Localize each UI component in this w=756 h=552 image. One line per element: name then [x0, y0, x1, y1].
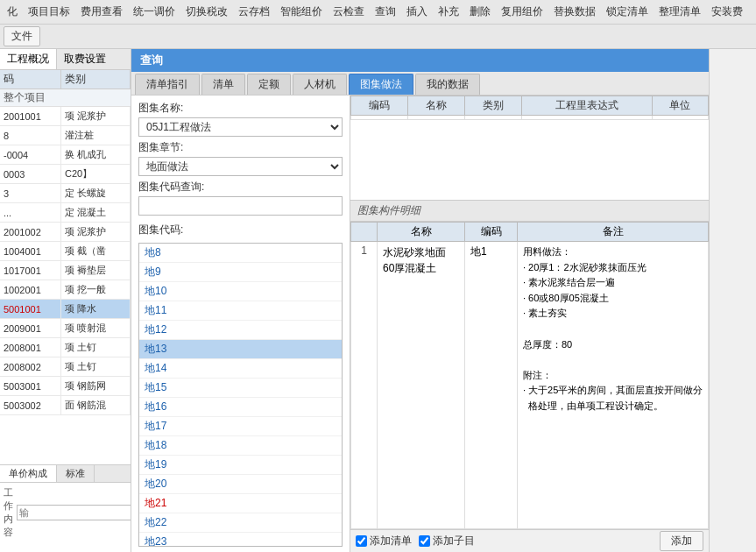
table-row[interactable]: 2009001项 喷射混: [0, 319, 131, 338]
detail-row[interactable]: 1 水泥砂浆地面60厚混凝土 地1 用料做法： · 20厚1：2水泥砂浆抹面压光…: [351, 242, 709, 529]
toolbar-item-cloud-save[interactable]: 云存档: [235, 3, 273, 21]
atlas-item-di16[interactable]: 地16: [139, 398, 342, 417]
table-row[interactable]: 3定 长螺旋: [0, 184, 131, 203]
toolbar-item-install[interactable]: 安装费: [708, 3, 746, 21]
query-title: 查询: [131, 49, 709, 72]
table-row[interactable]: 2008001项 土钉: [0, 338, 131, 357]
table-row[interactable]: -0004换 机成孔: [0, 145, 131, 165]
add-child-checkbox[interactable]: 添加子目: [419, 534, 475, 548]
toolbar-item-smart-group[interactable]: 智能组价: [277, 3, 326, 21]
chapter-row: 图集章节: 地面做法: [138, 140, 343, 176]
toolbar-item-cost-check[interactable]: 费用查看: [77, 3, 126, 21]
atlas-item-di10[interactable]: 地10: [139, 282, 342, 301]
detail-note: 用料做法： · 20厚1：2水泥砂浆抹面压光 · 素水泥浆结合层一遍 · 60或…: [518, 242, 709, 529]
table-row[interactable]: 1002001项 挖一般: [0, 280, 131, 300]
result-table: 编码 名称 类别 工程里表达式 单位: [350, 96, 709, 120]
tab-standard[interactable]: 标准: [57, 465, 95, 482]
toolbar-item-delete[interactable]: 删除: [466, 3, 494, 21]
table-row[interactable]: 5003001项 钢筋网: [0, 377, 131, 396]
tab-my-data[interactable]: 我的数据: [415, 74, 480, 95]
secondary-toolbar: 文件: [0, 25, 756, 49]
tab-fee-settings[interactable]: 取费设置: [57, 49, 113, 69]
table-row[interactable]: 2008002项 土钉: [0, 357, 131, 377]
atlas-item-di8[interactable]: 地8: [139, 244, 342, 263]
result-type: [464, 116, 521, 120]
atlas-name-select[interactable]: 05J1工程做法: [138, 117, 343, 137]
toolbar-item-switch-tax[interactable]: 切换税改: [182, 3, 231, 21]
atlas-item-di21[interactable]: 地21: [139, 494, 342, 513]
col-type-header: 类别: [464, 96, 521, 116]
atlas-item-di23[interactable]: 地23: [139, 533, 342, 547]
result-code: [351, 116, 408, 120]
tab-unit-price[interactable]: 单价构成: [0, 465, 57, 482]
add-list-check[interactable]: [356, 535, 367, 547]
toolbar-item-cloud-check[interactable]: 云检查: [329, 3, 368, 21]
tab-list-guide[interactable]: 清单指引: [135, 74, 200, 95]
table-row[interactable]: 2001001项 泥浆护: [0, 107, 131, 126]
atlas-item-di13[interactable]: 地13: [139, 340, 342, 359]
result-expression: [521, 116, 652, 120]
tab-project-overview[interactable]: 工程概况: [0, 49, 57, 69]
main-layout: 工程概况 取费设置 码 类别 整个项目 2001001项 泥浆护 8灌注桩 -0…: [0, 49, 756, 552]
toolbar-item-organize[interactable]: 整理清单: [655, 3, 704, 21]
table-row[interactable]: 5003002面 钢筋混: [0, 396, 131, 415]
table-row[interactable]: 5001001项 降水: [0, 300, 131, 319]
atlas-name-row: 图集名称: 05J1工程做法: [138, 101, 343, 137]
atlas-item-di9[interactable]: 地9: [139, 263, 342, 282]
query-tabs: 清单指引 清单 定额 人材机 图集做法 我的数据: [131, 72, 709, 96]
table-row[interactable]: 8灌注桩: [0, 126, 131, 145]
add-list-checkbox[interactable]: 添加清单: [356, 534, 412, 548]
chapter-select[interactable]: 地面做法: [138, 157, 343, 176]
work-content-input[interactable]: [17, 505, 131, 520]
atlas-list[interactable]: 地8 地9 地10 地11 地12 地13 地14 地15 地16 地17 地1…: [138, 243, 343, 547]
bottom-content: 工作内容: [0, 483, 131, 552]
query-result: 编码 名称 类别 工程里表达式 单位: [350, 96, 709, 552]
query-form: 图集名称: 05J1工程做法 图集章节: 地面做法 图集代码查询: 图集代码:: [131, 96, 350, 552]
tab-atlas-method[interactable]: 图集做法: [349, 74, 413, 95]
detail-table: 名称 编码 备注 1 水泥砂浆地面60厚混凝土 地1 用: [350, 222, 709, 529]
atlas-item-di18[interactable]: 地18: [139, 436, 342, 456]
table-row[interactable]: [351, 116, 709, 120]
tab-list[interactable]: 清单: [201, 74, 245, 95]
table-row[interactable]: ...定 混凝土: [0, 203, 131, 223]
col-code: 码: [0, 70, 61, 88]
toolbar-item-replace-data[interactable]: 替换数据: [550, 3, 599, 21]
atlas-item-di19[interactable]: 地19: [139, 456, 342, 475]
toolbar-item-unified-price[interactable]: 统一调价: [130, 3, 179, 21]
toolbar-item-insert[interactable]: 插入: [403, 3, 431, 21]
toolbar-item-lock-list[interactable]: 锁定清单: [603, 3, 652, 21]
table-row[interactable]: 0003C20】: [0, 165, 131, 184]
col-expression-header: 工程里表达式: [521, 96, 652, 116]
atlas-item-di20[interactable]: 地20: [139, 475, 342, 494]
tab-quota[interactable]: 定额: [247, 74, 291, 95]
atlas-item-di14[interactable]: 地14: [139, 359, 342, 379]
detail-table-container: 名称 编码 备注 1 水泥砂浆地面60厚混凝土 地1 用: [350, 222, 709, 529]
toolbar-item-reuse[interactable]: 复用组价: [498, 3, 547, 21]
atlas-item-di15[interactable]: 地15: [139, 379, 342, 398]
toolbar-item-query[interactable]: 查询: [371, 3, 399, 21]
col-code-header: 编码: [351, 96, 408, 116]
detail-col-note: 备注: [518, 223, 709, 242]
atlas-item-di11[interactable]: 地11: [139, 301, 342, 321]
toolbar-item-hua[interactable]: 化: [4, 3, 21, 21]
code-query-input[interactable]: [138, 196, 343, 216]
sub-header: 整个项目: [0, 89, 131, 107]
left-table-header: 码 类别: [0, 70, 131, 89]
toolbar-item-supplement[interactable]: 补充: [435, 3, 463, 21]
table-row[interactable]: 1004001项 截（凿: [0, 242, 131, 261]
result-name: [407, 116, 464, 120]
table-row[interactable]: 1017001项 褥垫层: [0, 261, 131, 280]
file-menu-btn[interactable]: 文件: [4, 26, 40, 46]
atlas-item-di12[interactable]: 地12: [139, 321, 342, 340]
detail-section: 图集构件明细 名称 编码 备注: [350, 201, 709, 552]
work-content-row: 工作内容: [4, 485, 127, 541]
atlas-item-di22[interactable]: 地22: [139, 513, 342, 533]
toolbar-item-project-goal[interactable]: 项目目标: [25, 3, 74, 21]
tab-labor-material[interactable]: 人材机: [293, 74, 347, 95]
atlas-item-di17[interactable]: 地17: [139, 417, 342, 436]
left-table-rows[interactable]: 2001001项 泥浆护 8灌注桩 -0004换 机成孔 0003C20】 3定…: [0, 107, 131, 464]
table-row[interactable]: 2001002项 泥浆护: [0, 223, 131, 242]
add-button[interactable]: 添加: [660, 531, 703, 551]
add-child-check[interactable]: [419, 535, 430, 547]
query-content: 图集名称: 05J1工程做法 图集章节: 地面做法 图集代码查询: 图集代码:: [131, 96, 709, 552]
